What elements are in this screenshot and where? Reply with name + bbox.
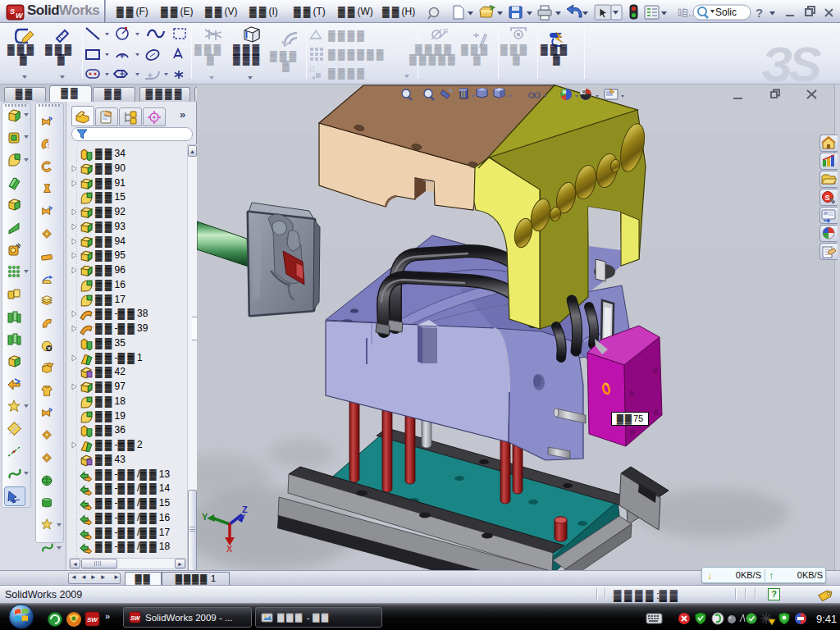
svg-text:咱..: 咱..: [678, 7, 694, 19]
svg-text:Z: Z: [242, 504, 248, 514]
svg-text:SW: SW: [87, 616, 98, 623]
svg-text:?: ?: [756, 6, 763, 20]
svg-text:S: S: [825, 194, 830, 202]
svg-text:Y: Y: [202, 512, 208, 522]
svg-text:Solic: Solic: [715, 7, 737, 18]
svg-text:SW: SW: [130, 615, 141, 621]
svg-text:»: »: [105, 611, 110, 621]
svg-text:X: X: [226, 544, 233, 554]
svg-text:9:41: 9:41: [816, 613, 837, 625]
svg-text:S: S: [10, 7, 15, 16]
